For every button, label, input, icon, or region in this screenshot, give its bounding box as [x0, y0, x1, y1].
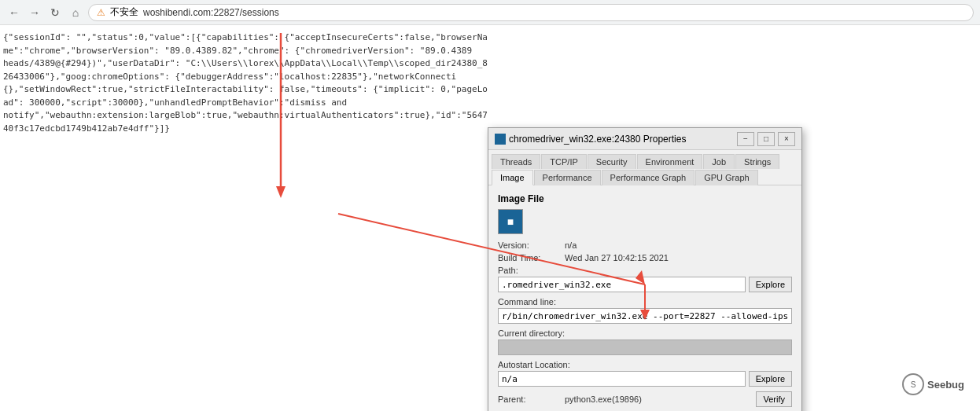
- cmdline-input[interactable]: [498, 308, 792, 324]
- seebug-icon-symbol: S: [911, 380, 916, 389]
- browser-bar: ← → ↻ ⌂ ⚠ 不安全 woshibendi.com:22827/sessi…: [0, 0, 980, 25]
- path-input-row: Explore: [498, 277, 792, 292]
- tab-environment[interactable]: Environment: [637, 154, 703, 169]
- security-warning-text: 不安全: [110, 6, 138, 19]
- build-time-row: Build Time: Wed Jan 27 10:42:15 2021: [498, 253, 792, 262]
- tab-threads[interactable]: Threads: [492, 154, 540, 169]
- parent-value: python3.exe(19896): [565, 394, 642, 404]
- close-button[interactable]: ×: [778, 132, 795, 146]
- cmdline-label: Command line:: [498, 297, 792, 306]
- dialog-title-text: chromedriver_win32.exe:24380 Properties: [509, 134, 734, 145]
- curdir-input[interactable]: [498, 339, 792, 355]
- autostart-input-row: Explore: [498, 371, 792, 387]
- path-row: Path: Explore: [498, 266, 792, 292]
- url-text: woshibendi.com:22827/sessions: [143, 7, 279, 18]
- forward-button[interactable]: →: [27, 5, 42, 20]
- tab-strings[interactable]: Strings: [735, 154, 779, 169]
- version-row: Version: n/a: [498, 240, 792, 250]
- dialog-body: Image File ■ Version: n/a Build Time: We…: [488, 185, 801, 411]
- tab-job[interactable]: Job: [703, 154, 735, 169]
- parent-label: Parent:: [498, 394, 565, 404]
- tab-gpu-graph[interactable]: GPU Graph: [695, 170, 757, 185]
- curdir-label: Current directory:: [498, 328, 792, 338]
- cmdline-row: Command line:: [498, 297, 792, 324]
- cmdline-input-row: [498, 308, 792, 324]
- page-content: {"sessionId": "","status":0,"value":[{"c…: [0, 25, 980, 411]
- file-icon-symbol: ■: [507, 215, 514, 228]
- dialog-titlebar: chromedriver_win32.exe:24380 Properties …: [488, 128, 801, 150]
- security-warning-icon: ⚠: [97, 7, 105, 18]
- address-bar[interactable]: ⚠ 不安全 woshibendi.com:22827/sessions: [88, 4, 974, 21]
- autostart-row: Autostart Location: Explore: [498, 360, 792, 387]
- tab-performance[interactable]: Performance: [534, 170, 601, 185]
- version-value: n/a: [565, 240, 577, 250]
- tab-security[interactable]: Security: [588, 154, 636, 169]
- tab-tcpip[interactable]: TCP/IP: [541, 154, 586, 169]
- parent-row: Parent: python3.exe(19896) Verify: [498, 391, 792, 407]
- explore-autostart-button[interactable]: Explore: [749, 371, 792, 387]
- curdir-input-row: [498, 339, 792, 355]
- build-time-label: Build Time:: [498, 253, 565, 262]
- refresh-button[interactable]: ↻: [47, 5, 63, 20]
- properties-dialog: chromedriver_win32.exe:24380 Properties …: [488, 127, 802, 411]
- tab-performance-graph[interactable]: Performance Graph: [602, 170, 695, 185]
- path-label: Path:: [498, 266, 792, 275]
- version-label: Version:: [498, 240, 565, 250]
- maximize-button[interactable]: □: [757, 132, 775, 146]
- minimize-button[interactable]: −: [737, 132, 754, 146]
- autostart-label: Autostart Location:: [498, 360, 792, 369]
- back-button[interactable]: ←: [6, 5, 22, 20]
- seebug-watermark: S Seebug: [902, 373, 964, 395]
- file-icon: ■: [498, 209, 523, 234]
- section-title: Image File: [498, 193, 792, 204]
- build-time-value: Wed Jan 27 10:42:15 2021: [565, 253, 669, 262]
- dialog-tabs: Threads TCP/IP Security Environment Job …: [488, 150, 801, 185]
- path-input[interactable]: [498, 277, 746, 292]
- autostart-input[interactable]: [498, 371, 746, 387]
- explore-path-button[interactable]: Explore: [749, 277, 792, 292]
- seebug-text: Seebug: [927, 379, 964, 391]
- tab-image[interactable]: Image: [492, 170, 533, 185]
- dialog-app-icon: [495, 134, 506, 145]
- home-button[interactable]: ⌂: [68, 5, 83, 20]
- json-response-text: {"sessionId": "","status":0,"value":[{"c…: [3, 31, 491, 135]
- curdir-row: Current directory:: [498, 328, 792, 355]
- seebug-icon: S: [902, 373, 924, 395]
- verify-button[interactable]: Verify: [756, 391, 792, 407]
- svg-marker-1: [276, 186, 286, 198]
